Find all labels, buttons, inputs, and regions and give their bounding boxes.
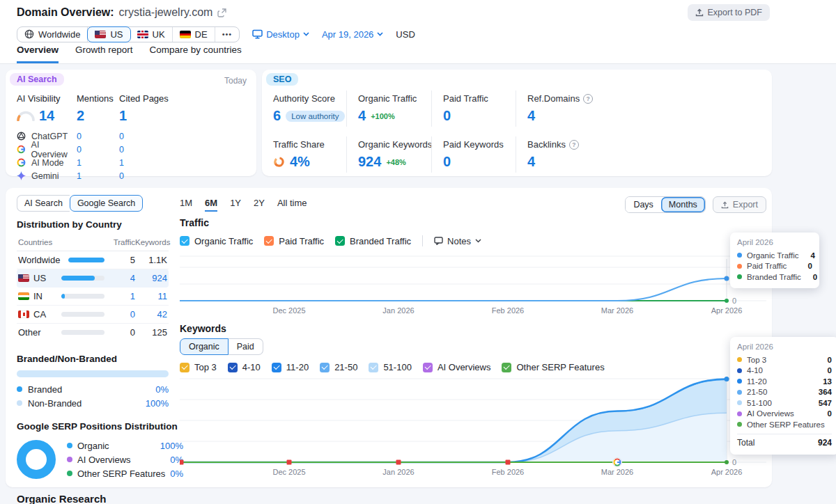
ref-domains-value[interactable]: 4 — [527, 108, 535, 124]
legend-11-20[interactable]: 11-20 — [272, 362, 309, 372]
info-icon[interactable]: ? — [569, 140, 579, 150]
date-dropdown[interactable]: Apr 19, 2026 — [322, 29, 383, 40]
table-row-in[interactable]: IN 1 11 — [17, 288, 169, 306]
organic-traffic-value[interactable]: 4 — [358, 108, 366, 124]
page-title: Domain Overview: — [17, 6, 114, 19]
paid-traffic-metric: Paid Traffic 0 — [431, 90, 516, 127]
ai-overview-mentions[interactable]: 0 — [77, 143, 119, 156]
export-to-pdf-button[interactable]: Export to PDF — [688, 4, 771, 21]
ai-search-toggle-button[interactable]: AI Search — [17, 195, 70, 212]
legend-21-50[interactable]: 21-50 — [320, 362, 357, 372]
filter-worldwide[interactable]: Worldwide — [17, 27, 88, 42]
legend-top3[interactable]: Top 3 — [180, 362, 217, 372]
traffic-legend: Organic Traffic Paid Traffic Branded Tra… — [180, 235, 481, 246]
checkbox-icon — [180, 236, 189, 246]
branded-ratio-bar — [17, 370, 169, 377]
organic-toggle-button[interactable]: Organic — [180, 338, 229, 355]
chevron-down-icon — [475, 239, 481, 243]
table-row-ca[interactable]: CA 0 42 — [17, 306, 169, 324]
days-button[interactable]: Days — [626, 197, 660, 212]
authority-score-value: 6 — [273, 108, 281, 124]
organic-keywords-value[interactable]: 924 — [358, 154, 381, 170]
svg-text:Jan 2026: Jan 2026 — [382, 306, 414, 315]
period-label: Today — [224, 76, 247, 86]
tab-compare-by-countries[interactable]: Compare by countries — [150, 45, 242, 63]
table-row-worldwide[interactable]: Worldwide 5 1.1K — [17, 251, 169, 269]
checkbox-icon — [369, 363, 378, 372]
tooltip-row: Paid Traffic0 — [737, 261, 812, 272]
external-link-icon[interactable] — [217, 8, 226, 17]
seo-card: SEO Authority Score 6Low authority Organ… — [262, 70, 772, 176]
table-row-other[interactable]: Other 0 125 — [17, 324, 169, 341]
chevron-down-icon — [303, 32, 309, 36]
chatgpt-icon — [17, 132, 26, 141]
range-2y[interactable]: 2Y — [254, 198, 265, 212]
gemini-cited[interactable]: 0 — [119, 169, 169, 182]
low-authority-pill: Low authority — [286, 111, 344, 122]
globe-icon — [24, 29, 34, 39]
checkbox-icon — [264, 236, 274, 246]
tooltip-row: Other SERP Features0 — [737, 419, 832, 430]
range-all-time[interactable]: All time — [277, 198, 307, 212]
legend-paid-traffic[interactable]: Paid Traffic — [264, 236, 324, 246]
branded-pct[interactable]: 0% — [155, 384, 169, 395]
keywords-chart[interactable]: 2320Dec 2025Jan 2026Feb 2026Mar 2026Apr … — [180, 376, 766, 486]
upload-icon — [721, 201, 729, 209]
gemini-mentions[interactable]: 1 — [77, 169, 119, 182]
paid-keywords-value[interactable]: 0 — [443, 154, 451, 170]
legend-51-100[interactable]: 51-100 — [369, 362, 411, 372]
range-6m[interactable]: 6M — [205, 198, 217, 212]
months-button[interactable]: Months — [661, 197, 705, 212]
keywords-legend: Top 3 4-10 11-20 21-50 51-100 AI Overvie… — [180, 362, 605, 372]
traffic-chart-tooltip: April 2026 Organic Traffic4 Paid Traffic… — [730, 233, 819, 288]
info-icon[interactable]: ? — [583, 94, 593, 104]
svg-text:0: 0 — [732, 458, 736, 466]
legend-branded-traffic[interactable]: Branded Traffic — [335, 236, 411, 246]
date-label: Apr 19, 2026 — [322, 29, 373, 40]
ai-search-badge: AI Search — [10, 73, 64, 86]
legend-other-serp-features[interactable]: Other SERP Features — [502, 362, 604, 372]
device-dropdown[interactable]: Desktop — [252, 29, 309, 40]
uk-label: UK — [153, 29, 165, 40]
filter-de[interactable]: DE — [173, 27, 215, 42]
google-search-toggle-button[interactable]: Google Search — [70, 195, 143, 212]
traffic-bar — [61, 294, 104, 299]
chatgpt-cited[interactable]: 0 — [119, 129, 169, 143]
chart-controls: 1M 6M 1Y 2Y All time Days Months Export — [180, 196, 766, 213]
non-branded-pct[interactable]: 100% — [146, 398, 169, 409]
us-flag-icon — [95, 31, 106, 38]
paid-toggle-button[interactable]: Paid — [229, 338, 263, 355]
ai-metrics-grid: AI Visibility Mentions Cited Pages 14 2 … — [17, 93, 169, 182]
range-1y[interactable]: 1Y — [230, 198, 241, 212]
tab-overview[interactable]: Overview — [17, 45, 59, 63]
charts-panel: 1M 6M 1Y 2Y All time Days Months Export … — [180, 188, 766, 487]
range-1m[interactable]: 1M — [180, 198, 192, 212]
filter-uk[interactable]: UK — [130, 27, 173, 42]
legend-4-10[interactable]: 4-10 — [228, 362, 261, 372]
legend-organic-traffic[interactable]: Organic Traffic — [180, 236, 253, 246]
export-button[interactable]: Export — [713, 196, 766, 213]
filter-us[interactable]: US — [87, 26, 130, 42]
cited-pages-value: 1 — [119, 108, 169, 129]
ca-flag-icon — [18, 310, 29, 318]
location-segmented-control: Worldwide US UK DE ••• — [17, 26, 240, 42]
legend-ai-overviews[interactable]: AI Overviews — [423, 362, 491, 372]
traffic-chart[interactable]: 30Dec 2025Jan 2026Feb 2026Mar 2026Apr 20… — [180, 249, 766, 319]
ai-mode-row: AI Mode — [17, 156, 77, 169]
backlinks-metric: Backlinks? 4 — [516, 136, 772, 173]
svg-text:Feb 2026: Feb 2026 — [492, 468, 524, 476]
table-row-us[interactable]: US 4 924 — [17, 269, 169, 288]
notes-dropdown[interactable]: Notes — [434, 236, 481, 246]
ai-overview-cited[interactable]: 0 — [119, 143, 169, 156]
chatgpt-mentions[interactable]: 0 — [77, 129, 119, 143]
tab-growth-report[interactable]: Growth report — [75, 45, 133, 63]
ai-mode-cited[interactable]: 1 — [119, 156, 169, 169]
checkbox-icon — [423, 363, 433, 372]
checkbox-icon — [320, 363, 330, 372]
paid-traffic-value[interactable]: 0 — [443, 108, 451, 124]
backlinks-value[interactable]: 4 — [527, 154, 535, 170]
serp-donut-chart — [17, 440, 56, 479]
filter-more-button[interactable]: ••• — [215, 27, 240, 42]
uk-flag-icon — [137, 31, 148, 38]
ai-mode-mentions[interactable]: 1 — [77, 156, 119, 169]
